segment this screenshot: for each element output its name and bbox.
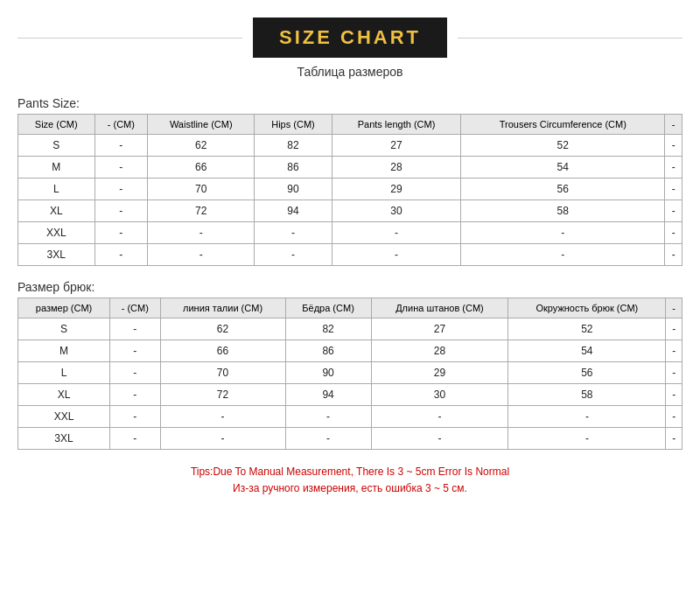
table-row: S-62822752-	[18, 318, 682, 340]
subtitle: Таблица размеров	[18, 65, 682, 79]
table-cell: -	[371, 406, 508, 428]
table-row: 3XL------	[18, 428, 682, 450]
table-cell: 28	[332, 157, 461, 178]
table-header-cell: Hips (CM)	[255, 115, 332, 135]
table-cell: XL	[18, 200, 95, 222]
table-cell: L	[18, 362, 110, 384]
table-cell: 70	[148, 178, 255, 200]
table-cell: 3XL	[18, 244, 95, 266]
table-cell: 54	[508, 340, 666, 362]
page-title: SIZE CHART	[253, 18, 447, 58]
table-cell: 27	[332, 135, 461, 157]
table-cell: S	[18, 135, 95, 157]
table-header-cell: Pants length (CM)	[332, 115, 461, 135]
table-cell: -	[94, 222, 148, 244]
table-cell: 52	[508, 318, 666, 340]
tips-text: Tips:Due To Manual Measurement, There Is…	[18, 464, 682, 497]
table-row: XXL------	[18, 222, 682, 244]
table-cell: 58	[461, 200, 665, 222]
table-cell: -	[666, 384, 682, 406]
table-cell: -	[332, 244, 461, 266]
pants-table-en: Size (CM)- (CM)Waistline (CM)Hips (CM)Pa…	[18, 114, 682, 266]
table-cell: -	[665, 178, 682, 200]
table-cell: 58	[508, 384, 666, 406]
tips-line2: Из-за ручного измерения, есть ошибка 3 ~…	[233, 482, 467, 494]
table-cell: -	[508, 428, 666, 450]
table-cell: XXL	[18, 406, 110, 428]
pants-section-label-ru: Размер брюк:	[18, 280, 682, 294]
table-row: XL-72943058-	[18, 200, 682, 222]
table-cell: 56	[508, 362, 666, 384]
table-row: M-66862854-	[18, 340, 682, 362]
table-cell: -	[665, 244, 682, 266]
table-row: M-66862854-	[18, 157, 682, 178]
table-cell: -	[666, 318, 682, 340]
table-cell: -	[110, 318, 160, 340]
table-row: XXL------	[18, 406, 682, 428]
table-cell: 28	[371, 340, 508, 362]
table-cell: M	[18, 340, 110, 362]
table-cell: 54	[461, 157, 665, 178]
table-cell: 72	[148, 200, 255, 222]
pants-section-label: Pants Size:	[18, 96, 682, 110]
table-cell: 90	[285, 362, 371, 384]
table-cell: -	[461, 244, 665, 266]
table-cell: -	[508, 406, 666, 428]
table-cell: XL	[18, 384, 110, 406]
table-cell: 30	[371, 384, 508, 406]
table-cell: -	[94, 135, 148, 157]
table-cell: 29	[371, 362, 508, 384]
table-row: L-70902956-	[18, 362, 682, 384]
table-cell: -	[665, 157, 682, 178]
table-cell: -	[160, 428, 285, 450]
table-cell: S	[18, 318, 110, 340]
table-cell: M	[18, 157, 95, 178]
table-cell: -	[461, 222, 665, 244]
table-cell: -	[94, 157, 148, 178]
table-cell: -	[148, 244, 255, 266]
table-cell: 29	[332, 178, 461, 200]
table-header-cell: Waistline (CM)	[148, 115, 255, 135]
table-cell: 82	[255, 135, 332, 157]
table-cell: 27	[371, 318, 508, 340]
table-cell: 66	[148, 157, 255, 178]
pants-table-ru: размер (CM)- (CM)линия талии (CM)Бёдра (…	[18, 298, 682, 450]
table-cell: 62	[160, 318, 285, 340]
table-cell: XXL	[18, 222, 95, 244]
table-cell: -	[148, 222, 255, 244]
table-cell: 30	[332, 200, 461, 222]
table-cell: 72	[160, 384, 285, 406]
table-header-cell: Бёдра (CM)	[285, 298, 371, 318]
header-area: SIZE CHART	[18, 18, 682, 58]
table-cell: 86	[285, 340, 371, 362]
table-cell: -	[94, 178, 148, 200]
table-cell: -	[94, 200, 148, 222]
table-cell: -	[110, 406, 160, 428]
table-header-cell: Size (CM)	[18, 115, 95, 135]
table-cell: -	[666, 428, 682, 450]
table-cell: -	[110, 384, 160, 406]
table-cell: 94	[255, 200, 332, 222]
header-line-right	[458, 38, 682, 38]
table-cell: -	[110, 362, 160, 384]
table-cell: -	[665, 135, 682, 157]
table-cell: -	[285, 428, 371, 450]
page-wrapper: SIZE CHART Таблица размеров Pants Size: …	[9, 0, 691, 514]
table-header-cell: - (CM)	[110, 298, 160, 318]
table-cell: -	[332, 222, 461, 244]
table-cell: -	[110, 428, 160, 450]
table-cell: -	[160, 406, 285, 428]
table-cell: -	[255, 222, 332, 244]
table-cell: 70	[160, 362, 285, 384]
table-header-cell: линия талии (CM)	[160, 298, 285, 318]
table-cell: 3XL	[18, 428, 110, 450]
table-cell: 62	[148, 135, 255, 157]
tips-line1: Tips:Due To Manual Measurement, There Is…	[191, 466, 509, 478]
table-cell: -	[665, 200, 682, 222]
table-cell: -	[666, 406, 682, 428]
table-cell: 56	[461, 178, 665, 200]
table-header-cell: -	[665, 115, 682, 135]
table-header-cell: размер (CM)	[18, 298, 110, 318]
table-cell: -	[665, 222, 682, 244]
table-cell: 52	[461, 135, 665, 157]
